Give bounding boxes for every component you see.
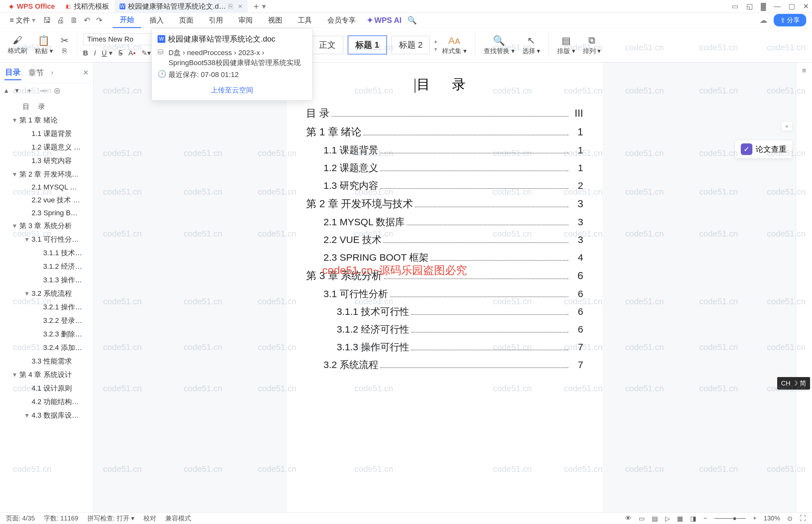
layout-block[interactable]: ▤ 排版 ▾ (554, 35, 578, 55)
wps-ai-button[interactable]: ✦ WPS AI (367, 16, 401, 25)
outline-item[interactable]: ▾第 3 章 系统分析 (0, 219, 93, 233)
close-pane-icon[interactable]: ✕ (83, 69, 88, 77)
find-replace-block[interactable]: 🔍 查找替换 ▾ (481, 35, 517, 55)
status-proof[interactable]: 校对 (144, 514, 156, 523)
italic-button[interactable]: I (94, 49, 96, 58)
outline-item[interactable]: ▾3.2 系统流程 (0, 287, 93, 300)
style-heading-1[interactable]: 标题 1 (348, 35, 387, 54)
style-set-block[interactable]: Aᴀ 样式集 ▾ (440, 35, 469, 55)
style-scroll[interactable]: ▴▾ (434, 38, 437, 52)
ime-indicator[interactable]: CH ☽ 简 (777, 377, 810, 390)
style-heading-2[interactable]: 标题 2 (392, 36, 430, 54)
new-tab-button[interactable]: + (253, 1, 259, 12)
tab-wps-office[interactable]: ◆ WPS Office (3, 0, 60, 13)
toc-entry[interactable]: 第 3 章 系统分析 6 (306, 269, 583, 283)
outline-item[interactable]: 3.2.1 操作… (0, 300, 93, 314)
font-color-button[interactable]: A▪ (129, 49, 136, 58)
expand-icon[interactable]: ＋ (26, 86, 33, 95)
toc-entry[interactable]: 3.2 系统流程 7 (306, 358, 583, 372)
view-focus-icon[interactable]: ◨ (690, 515, 696, 522)
collapse-icon[interactable]: — (40, 86, 47, 95)
prev-icon[interactable]: ▴ (4, 86, 8, 95)
status-compat[interactable]: 兼容模式 (165, 514, 191, 523)
toc-entry[interactable]: 2.3 SPRING BOOT 框架 4 (306, 251, 583, 264)
outline-item[interactable]: ▾4.3 数据库设… (0, 409, 93, 422)
redo-icon[interactable]: ↷ (96, 16, 102, 25)
close-tab-icon[interactable]: ✕ (238, 3, 243, 10)
print-icon[interactable]: 🖨 (57, 16, 64, 25)
maximize-icon[interactable]: ▢ (789, 2, 795, 11)
toc-entry[interactable]: 3.1.3 操作可行性 7 (306, 341, 583, 354)
outline-item[interactable]: ▾第 2 章 开发环境… (0, 167, 93, 181)
outline-item[interactable]: 3.1.1 技术… (0, 246, 93, 260)
outline-item[interactable]: 3.1.2 经济… (0, 260, 93, 273)
toc-entry[interactable]: 目 录 III (306, 107, 583, 120)
outline-item[interactable]: ▾第 4 章 系统设计 (0, 368, 93, 381)
rail-menu-icon[interactable]: ≡ (802, 66, 806, 75)
style-body[interactable]: 正文 (312, 36, 343, 54)
filter-icon[interactable]: ◎ (54, 86, 60, 95)
document-canvas[interactable]: 目 录 目 录 III第 1 章 绪论 11.1 课题背景 11.2 课题意义 … (94, 63, 796, 512)
copy-icon[interactable]: ⎘ (63, 47, 67, 55)
status-page[interactable]: 页面: 4/35 (6, 514, 35, 523)
menu-tools[interactable]: 工具 (291, 13, 319, 28)
outline-list[interactable]: 目 录▾第 1 章 绪论1.1 课题背景1.2 课题意义 …1.3 研究内容▾第… (0, 98, 93, 512)
outline-item[interactable]: 1.3 研究内容 (0, 154, 93, 167)
view-outline-icon[interactable]: ▤ (652, 515, 658, 522)
tab-templates[interactable]: ◧ 找稻壳模板 (60, 0, 114, 13)
upload-cloud-link[interactable]: 上传至云空间 (158, 85, 306, 95)
paste-block[interactable]: 📋 粘贴 ▾ (32, 35, 55, 55)
avatar-icon[interactable]: ▓ (761, 2, 766, 11)
outline-item[interactable]: 1.1 课题背景 (0, 127, 93, 141)
arrange-block[interactable]: ⧉ 排列 ▾ (580, 35, 603, 55)
close-window-icon[interactable]: ✕ (803, 2, 809, 11)
outline-item[interactable]: 2.1 MYSQL … (0, 181, 93, 193)
menu-review[interactable]: 审阅 (231, 13, 260, 28)
outline-item[interactable]: 2.2 vue 技术 … (0, 193, 93, 207)
tab-toc[interactable]: 目录 (4, 65, 21, 80)
fullscreen-icon[interactable]: ⛶ (800, 515, 806, 522)
toc-entry[interactable]: 1.2 课题意义 1 (306, 162, 583, 175)
toc-entry[interactable]: 1.3 研究内容 2 (306, 179, 583, 192)
status-words[interactable]: 字数: 11169 (44, 514, 78, 523)
tab-chapter[interactable]: 章节 (28, 66, 45, 80)
toc-entry[interactable]: 1.1 课题背景 1 (306, 144, 583, 157)
outline-item[interactable]: ▾第 1 章 绪论 (0, 113, 93, 127)
view-print-icon[interactable]: ▭ (639, 515, 645, 522)
menu-member[interactable]: 会员专享 (320, 13, 363, 28)
toc-entry[interactable]: 2.2 VUE 技术 3 (306, 233, 583, 247)
zoom-out-icon[interactable]: − (703, 515, 707, 522)
toc-entry[interactable]: 第 1 章 绪论 1 (306, 125, 583, 139)
search-icon[interactable]: 🔍 (407, 16, 417, 25)
outline-item[interactable]: 4.2 功能结构… (0, 395, 93, 409)
preview-icon[interactable]: 🗎 (70, 16, 78, 25)
outline-item[interactable]: 3.1.3 操作… (0, 273, 93, 287)
cube-icon[interactable]: ◱ (746, 2, 753, 11)
menu-home[interactable]: 开始 (113, 12, 141, 28)
fit-icon[interactable]: ⊙ (787, 515, 793, 522)
undo-icon[interactable]: ↶ (84, 16, 90, 25)
pin-icon[interactable]: ⎘ (229, 2, 233, 11)
zoom-in-icon[interactable]: + (753, 515, 757, 522)
share-button[interactable]: ⇪ 分享 (774, 14, 806, 27)
outline-item[interactable]: 3.2.2 登录… (0, 314, 93, 327)
select-block[interactable]: ↖ 选择 ▾ (520, 35, 543, 55)
highlight-button[interactable]: ✎▾ (142, 49, 151, 58)
save-icon[interactable]: 🖫 (43, 16, 51, 25)
menu-insert[interactable]: 插入 (143, 13, 171, 28)
outline-item[interactable]: 目 录 (0, 100, 93, 113)
menu-reference[interactable]: 引用 (202, 13, 230, 28)
minimize-icon[interactable]: — (774, 2, 781, 11)
multi-window-icon[interactable]: ▭ (732, 2, 739, 11)
toc-entry[interactable]: 3.1.2 经济可行性 6 (306, 323, 583, 336)
view-web-icon[interactable]: ▦ (677, 515, 683, 522)
toc-entry[interactable]: 第 2 章 开发环境与技术 3 (306, 197, 583, 211)
outline-item[interactable]: 4.1 设计原则 (0, 381, 93, 395)
toc-entry[interactable]: 2.1 MYSQL 数据库 3 (306, 216, 583, 229)
outline-item[interactable]: ▾3.1 可行性分… (0, 233, 93, 246)
strike-button[interactable]: S̶ (118, 49, 123, 58)
collapse-panel-button[interactable]: « (781, 121, 793, 131)
tab-document-active[interactable]: W 校园健康驿站管理系统论文.d… ⎘ ✕ (114, 0, 248, 13)
cloud-sync-icon[interactable]: ☁ (760, 16, 767, 25)
outline-item[interactable]: 3.2.4 添加… (0, 341, 93, 355)
